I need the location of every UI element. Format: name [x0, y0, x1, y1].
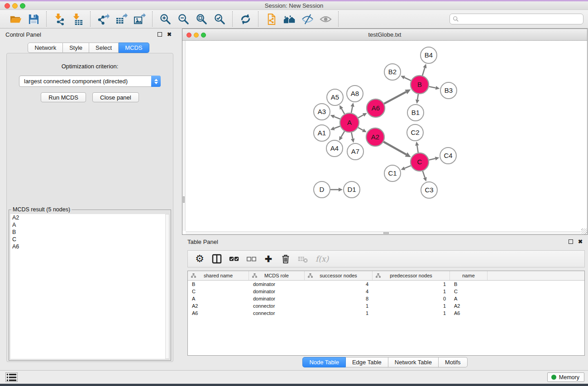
- result-item[interactable]: B: [10, 229, 165, 236]
- tab-node-table[interactable]: Node Table: [302, 357, 346, 367]
- zoom-fit-icon[interactable]: [194, 12, 209, 26]
- zoom-in-icon[interactable]: [158, 12, 172, 26]
- graph-edge-A6-B[interactable]: [384, 92, 406, 104]
- graph-edge-A-A2[interactable]: [358, 128, 363, 130]
- tab-motifs[interactable]: Motifs: [439, 357, 468, 367]
- hide-eye-icon[interactable]: [300, 12, 315, 26]
- save-icon[interactable]: [26, 12, 41, 26]
- delete-icon[interactable]: [279, 253, 292, 265]
- cell[interactable]: A: [450, 296, 488, 301]
- refresh-icon[interactable]: [238, 12, 253, 26]
- tab-style[interactable]: Style: [63, 43, 89, 53]
- cell[interactable]: dominator: [249, 281, 305, 287]
- zoom-selected-icon[interactable]: [212, 12, 227, 26]
- cell[interactable]: C: [450, 289, 488, 294]
- search-input[interactable]: [461, 16, 580, 22]
- table-row[interactable]: A6connector11A6: [188, 310, 584, 317]
- settings-icon[interactable]: ⚙: [193, 253, 206, 265]
- cell[interactable]: connector: [249, 303, 305, 309]
- run-mcds-button[interactable]: Run MCDS: [41, 92, 86, 102]
- cell[interactable]: A6: [188, 310, 249, 316]
- result-item[interactable]: A6: [10, 243, 165, 250]
- export-network-icon[interactable]: [96, 12, 110, 26]
- result-item[interactable]: A2: [10, 214, 165, 221]
- cell[interactable]: A2: [450, 303, 488, 309]
- open-icon[interactable]: [8, 12, 23, 26]
- table-row[interactable]: Cdominator41C: [188, 288, 584, 295]
- close-panel-icon[interactable]: ✖: [167, 32, 172, 37]
- cell[interactable]: 1: [305, 310, 373, 316]
- cell[interactable]: connector: [249, 310, 305, 316]
- cell[interactable]: 4: [305, 281, 373, 287]
- session-doc-icon[interactable]: [264, 12, 278, 26]
- columns-icon[interactable]: [210, 253, 223, 265]
- export-image-icon[interactable]: [132, 12, 147, 26]
- window-resize-grip[interactable]: [581, 229, 587, 234]
- tab-select[interactable]: Select: [89, 43, 119, 53]
- cell[interactable]: 1: [373, 310, 450, 316]
- column-header-name[interactable]: name: [450, 271, 488, 280]
- cell[interactable]: B: [188, 281, 249, 287]
- network-horizontal-scrollbar[interactable]: [186, 231, 581, 234]
- graph-edge-C-C4[interactable]: [429, 158, 435, 160]
- tab-edge-table[interactable]: Edge Table: [346, 357, 388, 367]
- export-table-icon[interactable]: [114, 12, 129, 26]
- cell[interactable]: dominator: [249, 296, 305, 301]
- cell[interactable]: 1: [373, 303, 450, 309]
- graph-edge-A-A7[interactable]: [351, 133, 353, 139]
- column-header-successor-nodes[interactable]: successor nodes: [305, 271, 373, 280]
- result-item[interactable]: C: [10, 236, 165, 243]
- graph-edge-B-B3[interactable]: [429, 86, 436, 88]
- cell[interactable]: 1: [373, 281, 450, 287]
- vertical-scroll-thumb[interactable]: [183, 196, 185, 203]
- graph-edge-A-A8[interactable]: [351, 107, 353, 113]
- home-icon[interactable]: [282, 12, 296, 26]
- import-network-icon[interactable]: [52, 12, 67, 26]
- cell[interactable]: 1: [373, 289, 450, 294]
- close-table-panel-icon[interactable]: ✖: [578, 239, 583, 244]
- network-vertical-scrollbar[interactable]: [182, 41, 186, 231]
- horizontal-scroll-thumb[interactable]: [383, 232, 389, 234]
- import-table-icon[interactable]: [70, 12, 85, 26]
- close-panel-button[interactable]: Close panel: [92, 92, 139, 102]
- table-row[interactable]: Adominator80A: [188, 295, 584, 302]
- graph-edge-A-A4[interactable]: [341, 131, 344, 137]
- graph-edge-A2-C[interactable]: [383, 142, 406, 154]
- task-history-button[interactable]: [5, 372, 18, 382]
- deselect-all-icon[interactable]: [245, 253, 258, 265]
- mcds-result-list[interactable]: A2ABCA6: [10, 214, 165, 359]
- graph-edge-C-C1[interactable]: [405, 166, 411, 168]
- optimization-criterion-select[interactable]: largest connected component (directed): [19, 76, 161, 87]
- graph-edge-B-B2[interactable]: [404, 77, 411, 81]
- table-row[interactable]: A2connector11A2: [188, 302, 584, 310]
- float-table-panel-icon[interactable]: [569, 239, 573, 244]
- cell[interactable]: 1: [305, 303, 373, 309]
- add-icon[interactable]: ✚: [262, 253, 275, 265]
- result-list-scrollbar[interactable]: [165, 214, 169, 359]
- column-header-shared-name[interactable]: shared name: [188, 271, 249, 280]
- result-item[interactable]: A: [10, 221, 165, 229]
- table-row[interactable]: Bdominator41B: [188, 281, 584, 288]
- cell[interactable]: A2: [188, 303, 249, 309]
- tab-mcds[interactable]: MCDS: [119, 43, 149, 53]
- graph-edge-A-A6[interactable]: [358, 115, 363, 118]
- network-canvas[interactable]: AA1A2A3A4A5A6A7A8BB1B2B3B4CC1C2C3C4DD1: [182, 41, 587, 231]
- show-eye-icon[interactable]: [318, 12, 333, 26]
- cell[interactable]: 4: [305, 289, 373, 294]
- column-header-MCDS-role[interactable]: MCDS role: [249, 271, 305, 280]
- cell[interactable]: 0: [373, 296, 450, 301]
- cell[interactable]: A: [188, 296, 249, 301]
- cell[interactable]: C: [188, 289, 249, 294]
- memory-button[interactable]: Memory: [547, 372, 584, 382]
- cell[interactable]: dominator: [249, 289, 305, 294]
- graph-edge-B-B4[interactable]: [422, 68, 425, 76]
- select-all-icon[interactable]: [228, 253, 240, 265]
- network-window-titlebar[interactable]: testGlobe.txt: [182, 29, 587, 41]
- graph-edge-B-B1[interactable]: [417, 94, 418, 100]
- graph-edge-A-A5[interactable]: [341, 109, 344, 114]
- cell[interactable]: 8: [305, 296, 373, 301]
- search-box[interactable]: [449, 14, 583, 24]
- cell[interactable]: A6: [450, 310, 488, 316]
- graph-edge-C-C3[interactable]: [423, 171, 425, 178]
- graph-edge-C-C2[interactable]: [417, 146, 418, 153]
